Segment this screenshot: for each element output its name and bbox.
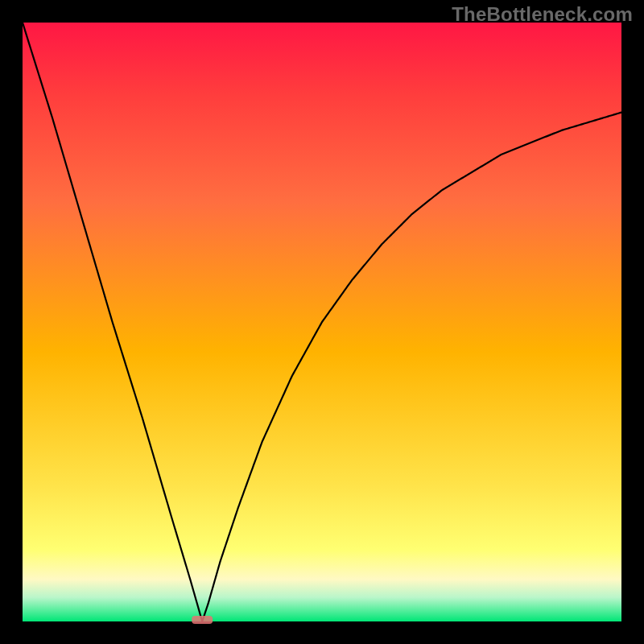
bottleneck-chart — [0, 0, 644, 644]
watermark-text: TheBottleneck.com — [452, 3, 633, 26]
chart-frame: { "watermark": "TheBottleneck.com", "col… — [0, 0, 644, 644]
optimum-marker — [192, 616, 213, 624]
